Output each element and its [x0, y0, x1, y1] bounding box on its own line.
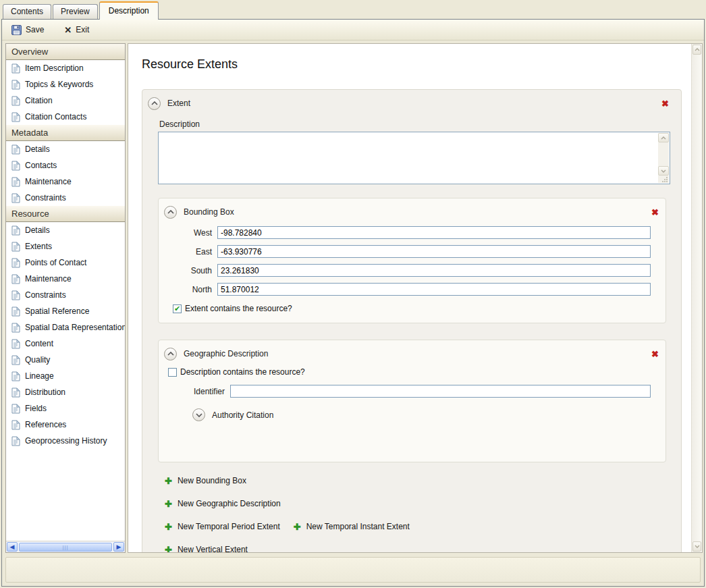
extent-panel: Extent ✖ Description — [142, 89, 682, 552]
sidebar-item-resource-quality[interactable]: Quality — [6, 352, 125, 368]
sidebar-item-label: Fields — [25, 404, 47, 413]
extent-contains-row: ✔ Extent contains the resource? — [173, 304, 660, 313]
sidebar-item-label: Spatial Reference — [25, 306, 89, 316]
sidebar-item-resource-spatial-data-representation[interactable]: Spatial Data Representation — [6, 319, 125, 336]
document-icon — [11, 290, 20, 300]
plus-icon: ✚ — [165, 500, 172, 508]
north-input[interactable] — [217, 283, 651, 296]
east-input[interactable] — [217, 245, 651, 258]
sidebar-section-metadata: Metadata — [6, 125, 125, 141]
new-geographic-description-link[interactable]: New Geographic Description — [178, 499, 281, 508]
textarea-scroll-up-button[interactable] — [658, 133, 669, 142]
authority-citation-expand-button[interactable] — [192, 408, 205, 421]
document-icon — [11, 225, 20, 236]
delete-extent-button[interactable]: ✖ — [660, 99, 670, 108]
chevron-down-icon — [196, 413, 202, 417]
sidebar-item-resource-extents[interactable]: Extents — [6, 238, 125, 255]
footer-panel — [5, 557, 701, 583]
new-vertical-extent-link[interactable]: New Vertical Extent — [178, 545, 248, 552]
sidebar-item-resource-content[interactable]: Content — [6, 336, 125, 352]
sidebar-item-overview-topics-keywords[interactable]: Topics & Keywords — [6, 76, 125, 92]
new-bounding-box-link[interactable]: New Bounding Box — [178, 476, 246, 485]
document-icon — [11, 96, 20, 106]
tab-contents[interactable]: Contents — [3, 4, 51, 19]
west-label: West — [164, 228, 212, 238]
sidebar-item-label: Distribution — [25, 387, 65, 397]
description-textarea[interactable] — [158, 132, 670, 184]
bounding-box-collapse-button[interactable] — [164, 206, 177, 219]
sidebar-item-overview-citation-contacts[interactable]: Citation Contacts — [6, 109, 125, 125]
bounding-box-panel: Bounding Box ✖ West East South — [158, 198, 666, 323]
sidebar-item-metadata-details[interactable]: Details — [6, 141, 125, 157]
sidebar-item-resource-constraints[interactable]: Constraints — [6, 287, 125, 303]
document-icon — [11, 242, 20, 252]
scroll-left-button[interactable]: ◀ — [7, 542, 18, 552]
sidebar-item-label: Maintenance — [25, 274, 72, 284]
description-contains-label: Description contains the resource? — [180, 367, 305, 377]
new-temporal-extent-row: ✚ New Temporal Period Extent ✚ New Tempo… — [165, 522, 670, 531]
chevron-up-icon — [167, 352, 174, 356]
main-vertical-scrollbar[interactable] — [691, 44, 702, 552]
extent-panel-header: Extent ✖ — [148, 95, 670, 111]
identifier-input[interactable] — [230, 385, 651, 398]
sidebar-item-metadata-constraints[interactable]: Constraints — [6, 190, 125, 206]
geographic-description-collapse-button[interactable] — [164, 348, 177, 360]
sidebar-item-overview-item-description[interactable]: Item Description — [6, 60, 125, 76]
sidebar-horizontal-scrollbar[interactable]: ◀ ||| ▶ — [6, 541, 125, 552]
main-area: Resource Extents Extent ✖ Description — [128, 43, 703, 553]
plus-icon: ✚ — [165, 545, 172, 553]
sidebar-item-resource-details[interactable]: Details — [6, 222, 125, 238]
save-button[interactable]: Save — [9, 24, 47, 36]
west-input[interactable] — [217, 226, 651, 239]
authority-citation-row: Authority Citation — [192, 408, 660, 421]
exit-button[interactable]: ✕ Exit — [61, 24, 92, 36]
document-icon — [11, 177, 20, 187]
sidebar-item-resource-maintenance[interactable]: Maintenance — [6, 271, 125, 287]
sidebar-item-label: Geoprocessing History — [25, 436, 107, 446]
sidebar-item-metadata-contacts[interactable]: Contacts — [6, 157, 125, 173]
sidebar-item-resource-spatial-reference[interactable]: Spatial Reference — [6, 303, 125, 319]
tab-description[interactable]: Description — [99, 1, 159, 20]
sidebar-item-metadata-maintenance[interactable]: Maintenance — [6, 173, 125, 190]
east-field-row: East — [164, 245, 651, 258]
extent-collapse-button[interactable] — [148, 97, 161, 110]
delete-bounding-box-button[interactable]: ✖ — [650, 208, 660, 217]
sidebar-item-label: Constraints — [25, 193, 66, 203]
thumb-grip-icon: ||| — [62, 544, 68, 550]
chevron-left-icon: ◀ — [10, 544, 15, 550]
sidebar-item-resource-geoprocessing-history[interactable]: Geoprocessing History — [6, 433, 125, 449]
new-temporal-period-extent-link[interactable]: New Temporal Period Extent — [178, 522, 280, 531]
textarea-scroll-down-button[interactable] — [658, 166, 669, 176]
tab-preview[interactable]: Preview — [53, 4, 98, 19]
south-input[interactable] — [217, 264, 651, 277]
chevron-right-icon: ▶ — [117, 544, 121, 550]
floppy-disk-icon — [11, 25, 22, 35]
scroll-right-button[interactable]: ▶ — [113, 542, 124, 552]
sidebar-item-resource-lineage[interactable]: Lineage — [6, 368, 125, 384]
scrollbar-thumb[interactable]: ||| — [19, 543, 112, 552]
document-icon — [11, 355, 20, 365]
textarea-scrollbar[interactable] — [658, 133, 669, 183]
extent-contains-checkbox[interactable]: ✔ — [173, 304, 182, 313]
toolbar: Save ✕ Exit — [2, 20, 704, 41]
scroll-up-button[interactable] — [693, 45, 701, 55]
document-icon — [11, 80, 20, 90]
sidebar-item-overview-citation[interactable]: Citation — [6, 92, 125, 109]
new-temporal-instant-extent-link[interactable]: New Temporal Instant Extent — [306, 522, 410, 531]
new-temporal-period-extent: ✚ New Temporal Period Extent — [165, 522, 280, 531]
description-contains-row: ✔ Description contains the resource? — [168, 367, 660, 377]
chevron-down-icon — [661, 169, 666, 173]
sidebar-item-label: Lineage — [25, 371, 54, 381]
delete-geographic-description-button[interactable]: ✖ — [650, 350, 660, 358]
authority-citation-label: Authority Citation — [212, 410, 273, 420]
document-icon — [11, 436, 20, 446]
description-contains-checkbox[interactable]: ✔ — [168, 368, 177, 377]
chevron-up-icon — [151, 101, 158, 105]
exit-x-icon: ✕ — [64, 26, 72, 34]
scroll-down-button[interactable] — [693, 541, 701, 552]
sidebar-item-resource-fields[interactable]: Fields — [6, 400, 125, 417]
resize-grip-icon[interactable] — [658, 176, 669, 183]
sidebar-item-resource-references[interactable]: References — [6, 417, 125, 433]
sidebar-item-resource-distribution[interactable]: Distribution — [6, 384, 125, 400]
sidebar-item-resource-points-of-contact[interactable]: Points of Contact — [6, 255, 125, 271]
